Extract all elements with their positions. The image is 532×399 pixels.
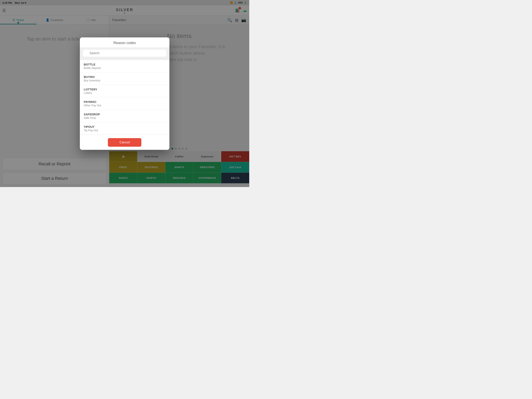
modal-search-section: 🔍 [80,47,169,60]
reason-code-safedrop-name: Safe Drop [84,116,165,119]
search-input[interactable] [83,50,166,57]
reason-code-bottle-name: Bottle Deposit [84,66,165,70]
reason-codes-modal: Reason codes 🔍 BOTTLE Bottle Deposit BUY… [80,37,169,150]
reason-code-lottery-code: LOTTERY [84,88,165,91]
reason-code-bottle-code: BOTTLE [84,63,165,66]
reason-code-paymisc-code: PAYMISC [84,100,165,103]
cancel-button[interactable]: Cancel [108,138,142,147]
reason-code-bottle[interactable]: BOTTLE Bottle Deposit [80,60,169,72]
reason-code-buyinv-code: BUYINV [84,75,165,78]
reason-code-lottery-name: Lottery [84,91,165,95]
modal-divider [83,58,166,58]
reason-codes-list: BOTTLE Bottle Deposit BUYINV Buy Invento… [80,60,169,135]
reason-code-safedrop[interactable]: SAFEDROP Safe Drop [80,110,169,122]
reason-code-lottery[interactable]: LOTTERY Lottery [80,85,169,97]
search-wrapper: 🔍 [83,50,166,57]
reason-code-tipout[interactable]: TIPOUT Tip Pay Out [80,122,169,135]
modal-title-text: Reason codes [113,41,136,45]
reason-code-safedrop-code: SAFEDROP [84,113,165,116]
modal-header: Reason codes [80,37,169,47]
reason-code-tipout-name: Tip Pay Out [84,129,165,132]
reason-code-paymisc-name: Other Pay Out [84,104,165,107]
reason-code-buyinv-name: Buy Inventory [84,79,165,82]
reason-code-paymisc[interactable]: PAYMISC Other Pay Out [80,97,169,110]
modal-footer: Cancel [80,135,169,150]
reason-code-buyinv[interactable]: BUYINV Buy Inventory [80,72,169,85]
reason-code-tipout-code: TIPOUT [84,125,165,129]
modal-overlay: Reason codes 🔍 BOTTLE Bottle Deposit BUY… [0,0,249,187]
